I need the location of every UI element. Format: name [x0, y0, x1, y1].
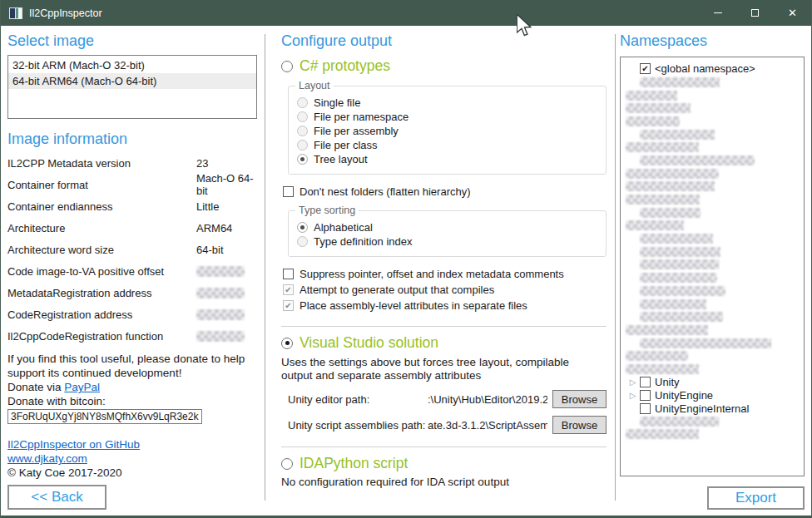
output-checkbox-row[interactable]: Suppress pointer, offset and index metad…: [283, 266, 607, 282]
namespace-row[interactable]: ▷ UnityEngine: [626, 389, 804, 402]
browse-button[interactable]: Browse: [552, 416, 607, 434]
image-info-heading: Image information: [7, 131, 257, 148]
radio-icon: [297, 140, 308, 150]
type-sorting-groupbox: Type sorting Alphabetical Type definitio…: [288, 210, 607, 257]
namespace-label: UnityEngineInternal: [655, 402, 749, 415]
namespace-label: UnityEngine: [655, 389, 713, 402]
layout-option[interactable]: Single file: [297, 96, 606, 110]
app-window: Il2CppInspector ✕ Select image 32-bit AR…: [0, 0, 812, 518]
namespace-row-redacted[interactable]: [626, 415, 804, 428]
redacted-namespace: [626, 169, 719, 179]
namespace-row-redacted[interactable]: [626, 76, 804, 89]
namespace-row-redacted[interactable]: [626, 141, 804, 154]
links-block: Il2CppInspector on GitHubwww.djkaty.com …: [7, 437, 257, 480]
redacted-namespace: [640, 273, 717, 283]
namespace-row-redacted[interactable]: [626, 245, 804, 259]
redacted-namespace: [640, 155, 755, 165]
csharp-prototypes-radio[interactable]: C# prototypes: [281, 57, 607, 75]
visual-studio-radio[interactable]: Visual Studio solution: [281, 334, 607, 352]
info-row: Code image-to-VA positive offset: [7, 265, 257, 277]
info-value: Little: [196, 200, 219, 213]
info-label: Container format: [7, 179, 196, 191]
flatten-checkbox-row[interactable]: Don't nest folders (flatten hierarchy): [283, 184, 607, 200]
browse-button[interactable]: Browse: [552, 390, 607, 408]
image-list-item[interactable]: 32-bit ARM (Mach-O 32-bit): [8, 57, 256, 73]
namespace-row-redacted[interactable]: [626, 89, 804, 102]
expander-icon[interactable]: ▷: [626, 377, 640, 387]
namespace-row-redacted[interactable]: [626, 220, 804, 233]
flatten-checkbox-label: Don't nest folders (flatten hierarchy): [300, 185, 471, 198]
namespace-row-redacted[interactable]: [626, 337, 804, 350]
export-button[interactable]: Export: [707, 486, 805, 510]
redacted-namespace: [626, 220, 684, 230]
select-image-heading: Select image: [7, 32, 257, 50]
namespace-row[interactable]: ▷ UnityEngineInternal: [626, 402, 804, 415]
type-sorting-option[interactable]: Alphabetical: [297, 220, 606, 234]
window-title: Il2CppInspector: [29, 7, 699, 19]
namespace-row-redacted[interactable]: [626, 349, 804, 363]
info-value: 23: [196, 157, 208, 170]
namespace-row-redacted[interactable]: [626, 428, 804, 442]
bitcoin-address-input[interactable]: [7, 409, 202, 424]
image-list-item[interactable]: 64-bit ARM64 (Mach-O 64-bit): [8, 73, 256, 89]
expander-icon[interactable]: ▷: [626, 391, 640, 400]
namespace-row-redacted[interactable]: [626, 363, 804, 376]
layout-option[interactable]: File per assembly: [297, 124, 606, 138]
configure-output-heading: Configure output: [281, 32, 607, 50]
redacted-namespace: [640, 312, 723, 322]
redacted-namespace: [640, 286, 725, 296]
checkbox-icon: [283, 284, 294, 295]
separator: [281, 446, 607, 447]
paypal-link[interactable]: PayPal: [64, 381, 100, 393]
namespace-row-redacted[interactable]: [626, 154, 804, 167]
idapython-radio[interactable]: IDAPython script: [281, 455, 607, 472]
visual-studio-description: Uses the settings above but forces tree …: [281, 356, 599, 382]
output-checkbox-row[interactable]: Place assembly-level attributes in separ…: [283, 298, 607, 313]
main-content: Select image 32-bit ARM (Mach-O 32-bit)6…: [1, 26, 811, 516]
namespace-row-redacted[interactable]: [626, 259, 804, 272]
info-row: Il2CppCodeRegistration function: [7, 330, 257, 342]
info-row: CodeRegistration address: [7, 308, 257, 320]
idapython-label: IDAPython script: [300, 455, 408, 472]
namespace-row-redacted[interactable]: [626, 271, 804, 284]
redacted-namespace: [640, 130, 715, 140]
type-sorting-option[interactable]: Type definition index: [297, 234, 606, 249]
maximize-button[interactable]: [736, 0, 774, 26]
namespace-row-redacted[interactable]: [626, 310, 804, 323]
layout-option[interactable]: Tree layout: [297, 152, 606, 166]
namespace-row-redacted[interactable]: [626, 101, 804, 115]
namespace-row-redacted[interactable]: [626, 206, 804, 220]
image-listbox: 32-bit ARM (Mach-O 32-bit)64-bit ARM64 (…: [7, 55, 257, 119]
layout-option[interactable]: File per class: [297, 138, 606, 152]
namespace-row-redacted[interactable]: [626, 115, 804, 128]
namespace-row-redacted[interactable]: [626, 128, 804, 141]
namespace-row-global[interactable]: <global namespace>: [626, 61, 804, 76]
namespace-row[interactable]: ▷ Unity: [626, 376, 804, 389]
close-button[interactable]: ✕: [774, 0, 811, 26]
namespaces-heading: Namespaces: [620, 32, 805, 50]
redacted-namespace: [626, 195, 700, 205]
namespaces-tree: <global namespace>: [620, 57, 805, 476]
namespace-row-redacted[interactable]: [626, 298, 804, 311]
layout-option[interactable]: File per namespace: [297, 110, 606, 124]
checkbox-icon: [640, 63, 651, 74]
namespace-row-redacted[interactable]: [626, 180, 804, 194]
redacted-namespace: [626, 142, 699, 152]
minimize-button[interactable]: [699, 0, 736, 26]
back-button[interactable]: << Back: [7, 485, 106, 510]
output-checkbox-row[interactable]: Attempt to generate output that compiles: [283, 282, 607, 298]
namespace-row-redacted[interactable]: [626, 284, 804, 298]
info-value: ARM64: [196, 222, 232, 234]
checkbox-icon: [640, 390, 651, 401]
visual-studio-label: Visual Studio solution: [300, 334, 438, 352]
namespace-row-redacted[interactable]: [626, 323, 804, 337]
redacted-namespace: [640, 234, 713, 244]
idapython-description: No configuration required for IDA script…: [281, 476, 607, 488]
info-label: CodeRegistration address: [7, 308, 196, 321]
external-link[interactable]: Il2CppInspector on GitHub: [7, 438, 140, 451]
namespaces-panel: Namespaces <global namespace>: [620, 32, 805, 510]
external-link[interactable]: www.djkaty.com: [7, 452, 87, 465]
namespace-row-redacted[interactable]: [626, 232, 804, 245]
namespace-row-redacted[interactable]: [626, 167, 804, 180]
namespace-row-redacted[interactable]: [626, 193, 804, 206]
